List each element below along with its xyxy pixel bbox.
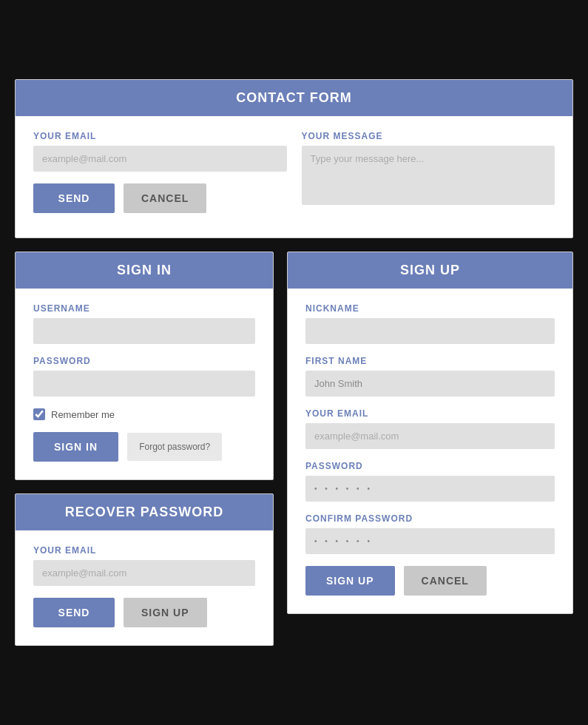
first-name-group: FIRST NAME (305, 356, 555, 397)
confirm-password-dots: • • • • • • (305, 528, 555, 554)
forgot-password-button[interactable]: Forgot password? (127, 433, 222, 461)
contact-form-body: YOUR EMAIL SEND CANCEL YOUR MESSAGE (16, 116, 572, 237)
contact-send-button[interactable]: SEND (33, 183, 115, 213)
contact-message-input[interactable] (302, 146, 555, 205)
contact-form-title: CONTACT FORM (236, 90, 352, 105)
sign-in-title: SIGN IN (117, 263, 172, 277)
recover-password-body: YOUR EMAIL SEND SIGN UP (16, 530, 273, 645)
remember-me-row: Remember me (33, 408, 255, 420)
recover-email-input[interactable] (33, 560, 255, 586)
remember-me-label: Remember me (51, 409, 115, 420)
nickname-input[interactable] (305, 318, 555, 344)
contact-message-col: YOUR MESSAGE (302, 131, 555, 220)
right-column: SIGN UP NICKNAME FIRST NAME YOUR EMAIL (287, 252, 573, 614)
recover-send-button[interactable]: SEND (33, 598, 115, 627)
signup-password-group: PASSWORD • • • • • • (305, 461, 555, 502)
nickname-group: NICKNAME (305, 303, 555, 344)
contact-message-label: YOUR MESSAGE (302, 131, 555, 141)
first-name-label: FIRST NAME (305, 356, 555, 366)
password-input[interactable] (33, 371, 255, 397)
signup-password-label: PASSWORD (305, 461, 555, 471)
recover-email-group: YOUR EMAIL (33, 545, 255, 586)
recover-email-label: YOUR EMAIL (33, 545, 255, 556)
remember-me-checkbox[interactable] (33, 408, 45, 420)
signup-cancel-button[interactable]: CANCEL (404, 566, 487, 596)
contact-form-card: CONTACT FORM YOUR EMAIL SEND CANCEL YOUR (15, 79, 573, 238)
sign-up-header: SIGN UP (288, 252, 572, 289)
username-group: USERNAME (33, 303, 255, 344)
sign-in-body: USERNAME PASSWORD Remember me SIGN IN Fo… (16, 289, 273, 479)
contact-email-col: YOUR EMAIL SEND CANCEL (33, 131, 287, 220)
sign-up-body: NICKNAME FIRST NAME YOUR EMAIL PASSWORD … (288, 289, 572, 613)
nickname-label: NICKNAME (305, 303, 555, 314)
sign-in-button-row: SIGN IN Forgot password? (33, 432, 255, 462)
left-column: SIGN IN USERNAME PASSWORD Remember me (15, 252, 274, 646)
username-label: USERNAME (33, 303, 255, 314)
sign-up-card: SIGN UP NICKNAME FIRST NAME YOUR EMAIL (287, 252, 573, 614)
lower-row: SIGN IN USERNAME PASSWORD Remember me (15, 252, 573, 646)
sign-in-card: SIGN IN USERNAME PASSWORD Remember me (15, 252, 274, 480)
signup-email-group: YOUR EMAIL (305, 408, 555, 449)
contact-message-group: YOUR MESSAGE (302, 131, 555, 208)
contact-button-row: SEND CANCEL (33, 183, 287, 213)
signup-button-row: SIGN UP CANCEL (305, 566, 555, 596)
page-wrapper: CONTACT FORM YOUR EMAIL SEND CANCEL YOUR (15, 79, 573, 646)
contact-email-input[interactable] (33, 146, 287, 172)
contact-email-group: YOUR EMAIL (33, 131, 287, 172)
sign-in-button[interactable]: SIGN IN (33, 432, 118, 462)
contact-form-header: CONTACT FORM (16, 80, 572, 116)
recover-signup-button[interactable]: SIGN UP (124, 598, 207, 627)
signup-button[interactable]: SIGN UP (305, 566, 395, 596)
recover-button-row: SEND SIGN UP (33, 598, 255, 627)
username-input[interactable] (33, 318, 255, 344)
signup-email-label: YOUR EMAIL (305, 408, 555, 419)
password-label: PASSWORD (33, 356, 255, 366)
confirm-password-label: CONFIRM PASSWORD (305, 513, 555, 524)
recover-password-title: RECOVER PASSWORD (65, 505, 224, 519)
confirm-password-group: CONFIRM PASSWORD • • • • • • (305, 513, 555, 554)
contact-email-label: YOUR EMAIL (33, 131, 287, 141)
sign-in-header: SIGN IN (16, 252, 273, 289)
signup-email-input[interactable] (305, 423, 555, 449)
signup-password-dots: • • • • • • (305, 476, 555, 502)
sign-up-title: SIGN UP (400, 263, 460, 277)
recover-password-card: RECOVER PASSWORD YOUR EMAIL SEND SIGN UP (15, 493, 274, 646)
first-name-input[interactable] (305, 371, 555, 397)
contact-form-grid: YOUR EMAIL SEND CANCEL YOUR MESSAGE (33, 131, 555, 220)
contact-cancel-button[interactable]: CANCEL (124, 183, 206, 213)
password-group: PASSWORD (33, 356, 255, 397)
recover-password-header: RECOVER PASSWORD (16, 494, 273, 530)
